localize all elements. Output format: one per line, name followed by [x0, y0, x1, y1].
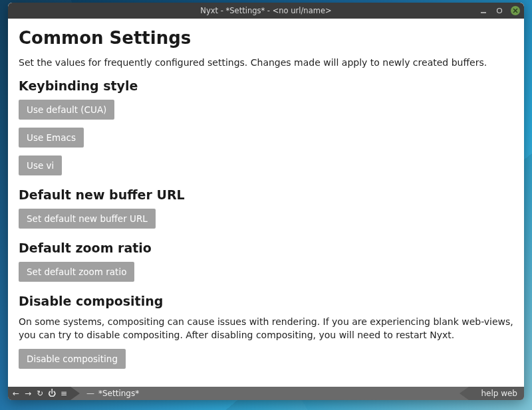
titlebar: Nyxt - *Settings* - <no url/name> [8, 3, 524, 19]
page-title: Common Settings [19, 28, 513, 48]
use-default-cua-button[interactable]: Use default (CUA) [19, 100, 114, 120]
content-area: Common Settings Set the values for frequ… [8, 19, 524, 387]
maximize-icon[interactable] [495, 6, 504, 15]
close-icon[interactable] [511, 6, 520, 15]
menu-icon[interactable]: ≡ [60, 389, 68, 397]
section-new-buffer-url: Default new buffer URL Set default new b… [19, 187, 513, 235]
window-title: Nyxt - *Settings* - <no url/name> [200, 6, 331, 15]
statusbar: ← → ↻ ⏻ ≡ — *Settings* help web [8, 387, 524, 400]
reload-icon[interactable]: ↻ [36, 389, 44, 397]
exec-icon[interactable]: ⏻ [48, 389, 56, 397]
disable-compositing-button[interactable]: Disable compositing [19, 349, 126, 369]
page-description: Set the values for frequently configured… [19, 57, 513, 68]
minimize-icon[interactable] [479, 6, 488, 15]
set-default-zoom-ratio-button[interactable]: Set default zoom ratio [19, 262, 134, 282]
section-zoom-ratio: Default zoom ratio Set default zoom rati… [19, 241, 513, 288]
section-title-disable-compositing: Disable compositing [19, 294, 513, 308]
buffer-separator: — [86, 389, 94, 398]
statusbar-center: — *Settings* [70, 389, 469, 398]
buffer-name: *Settings* [98, 389, 139, 398]
section-disable-compositing: Disable compositing On some systems, com… [19, 294, 513, 375]
modes-text: help web [481, 389, 517, 398]
section-title-zoom-ratio: Default zoom ratio [19, 241, 513, 255]
compositing-paragraph: On some systems, compositing can cause i… [19, 315, 513, 342]
section-title-new-buffer-url: Default new buffer URL [19, 187, 513, 202]
statusbar-nav: ← → ↻ ⏻ ≡ [8, 387, 70, 400]
section-keybinding: Keybinding style Use default (CUA) Use E… [19, 78, 513, 182]
use-emacs-button[interactable]: Use Emacs [19, 128, 84, 148]
statusbar-modes: help web [469, 387, 524, 400]
section-title-keybinding: Keybinding style [19, 78, 513, 93]
forward-icon[interactable]: → [24, 389, 32, 397]
window-controls [479, 3, 520, 19]
app-window: Nyxt - *Settings* - <no url/name> Common… [8, 3, 524, 400]
set-default-new-buffer-url-button[interactable]: Set default new buffer URL [19, 209, 156, 229]
use-vi-button[interactable]: Use vi [19, 155, 62, 175]
svg-point-1 [497, 9, 502, 13]
back-icon[interactable]: ← [12, 389, 20, 397]
